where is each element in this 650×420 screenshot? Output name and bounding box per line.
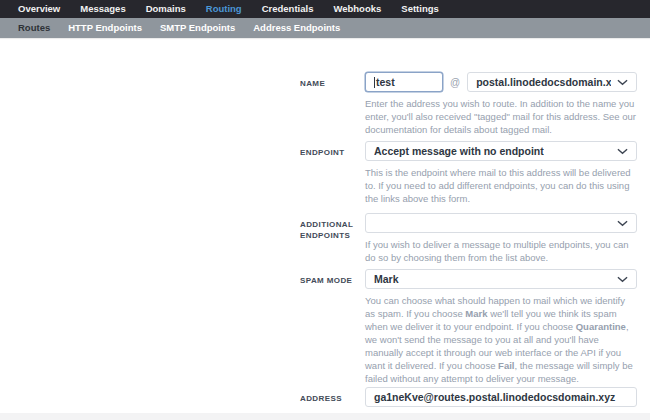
endpoint-label: Endpoint (300, 141, 357, 205)
nav-item-settings[interactable]: Settings (391, 0, 448, 18)
spam-mode-select-value: Mark (374, 273, 399, 285)
endpoint-select-value: Accept message with no endpoint (374, 145, 544, 157)
nav-item-messages[interactable]: Messages (70, 0, 135, 18)
endpoint-help-text: This is the endpoint where mail to this … (365, 166, 637, 205)
domain-select-value: postal.linodedocsdomain.xyz (476, 76, 611, 88)
chevron-down-icon (617, 148, 628, 155)
routing-sub-navigation: Routes HTTP Endpoints SMTP Endpoints Add… (0, 18, 650, 38)
form-row-name: Name test @ postal.linodedocsdomain.xyz … (300, 72, 650, 136)
chevron-down-icon (617, 220, 628, 227)
at-symbol: @ (450, 77, 460, 88)
chevron-down-icon (617, 276, 628, 283)
additional-endpoints-label: Additional Endpoints (300, 213, 357, 264)
nav-item-webhooks[interactable]: Webhooks (323, 0, 391, 18)
spam-mode-select[interactable]: Mark (365, 269, 637, 289)
additional-endpoints-help-text: If you wish to deliver a message to mult… (365, 238, 637, 264)
name-label: Name (300, 72, 357, 136)
endpoint-select[interactable]: Accept message with no endpoint (365, 141, 637, 161)
chevron-down-icon (617, 79, 628, 86)
form-row-spam-mode: Spam Mode Mark You can choose what shoul… (300, 269, 650, 385)
route-edit-form: Name test @ postal.linodedocsdomain.xyz … (0, 38, 650, 420)
address-input[interactable]: ga1neKve@routes.postal.linodedocsdomain.… (365, 387, 637, 407)
nav-item-domains[interactable]: Domains (136, 0, 196, 18)
subnav-item-smtp-endpoints[interactable]: SMTP Endpoints (151, 18, 244, 38)
top-navigation: Overview Messages Domains Routing Creden… (0, 0, 650, 18)
subnav-item-http-endpoints[interactable]: HTTP Endpoints (59, 18, 151, 38)
page-footer (0, 413, 650, 420)
spam-mode-help-text: You can choose what should happen to mai… (365, 294, 637, 385)
form-row-endpoint: Endpoint Accept message with no endpoint… (300, 141, 650, 205)
name-input-value: test (376, 76, 395, 88)
name-input[interactable]: test (365, 72, 443, 92)
spam-mode-label: Spam Mode (300, 269, 357, 385)
additional-endpoints-select[interactable] (365, 213, 637, 233)
nav-item-overview[interactable]: Overview (8, 0, 70, 18)
domain-select[interactable]: postal.linodedocsdomain.xyz (467, 72, 637, 92)
name-help-text: Enter the address you wish to route. In … (365, 97, 637, 136)
text-caret (374, 77, 375, 88)
address-input-value: ga1neKve@routes.postal.linodedocsdomain.… (374, 391, 615, 403)
subnav-item-routes[interactable]: Routes (9, 18, 59, 38)
nav-item-routing[interactable]: Routing (196, 0, 252, 18)
nav-item-credentials[interactable]: Credentials (252, 0, 324, 18)
subnav-item-address-endpoints[interactable]: Address Endpoints (244, 18, 349, 38)
form-row-additional-endpoints: Additional Endpoints If you wish to deli… (300, 213, 650, 264)
